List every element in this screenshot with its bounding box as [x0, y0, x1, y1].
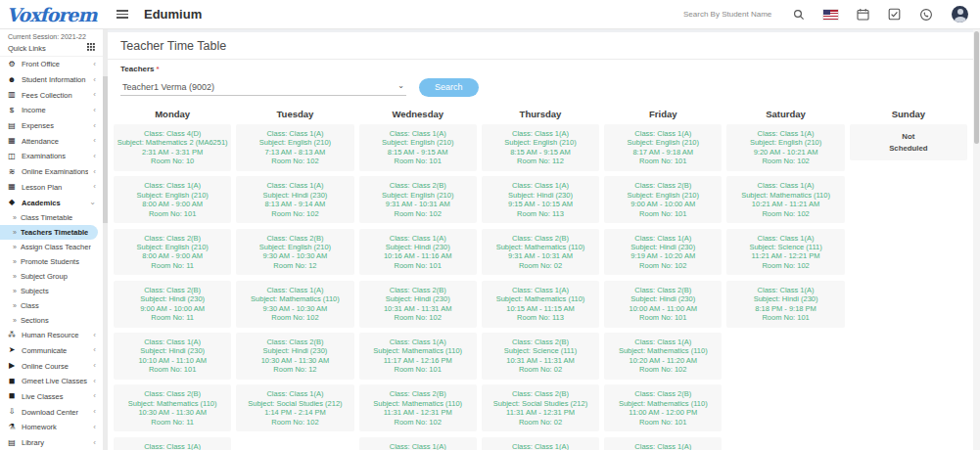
card-room: Room No: 12: [238, 261, 351, 270]
card-room: Room No: 101: [116, 209, 229, 218]
teacher-select[interactable]: Teacher1 Verma (9002): [120, 79, 406, 96]
double-arrow-icon: [13, 288, 17, 294]
user-avatar-icon[interactable]: [952, 6, 968, 22]
timetable-card: Class: Class 1(A) Subject: Hindi (230) 8…: [726, 281, 844, 328]
sidebar-item-income[interactable]: $ Income: [0, 103, 103, 118]
timetable-card: Class: Class 2(B) Subject: Hindi (230) 9…: [114, 281, 231, 328]
card-time: 11:00 AM - 12:00 PM: [606, 408, 720, 417]
app-title: Edumium: [144, 7, 202, 22]
card-time: 7:13 AM - 8:13 AM: [238, 148, 351, 157]
day-header: Monday: [114, 109, 231, 119]
chevron-left-icon: [93, 439, 96, 447]
sidebar-item-online-examinations[interactable]: ≋ Online Examinations: [0, 164, 103, 180]
sidebar-subitem-promote-students[interactable]: Promote Students: [0, 254, 103, 269]
day-column-friday: Friday Class: Class 1(A) Subject: Englis…: [604, 104, 722, 450]
card-class: Class: Class 1(A): [116, 442, 229, 450]
gear-icon: ⚙: [7, 61, 17, 68]
card-room: Room No: 113: [484, 209, 597, 218]
card-class: Class: Class 2(B): [361, 181, 475, 190]
sidebar-subitem-sections[interactable]: Sections: [0, 313, 103, 328]
card-class: Class: Class 1(A): [484, 129, 597, 138]
card-subject: Subject: Science (111): [728, 243, 842, 251]
sidebar-item-expenses[interactable]: ▤ Expenses: [0, 118, 103, 134]
card-time: 10:31 AM - 11:31 AM: [361, 304, 475, 313]
sidebar-item-fees-collection[interactable]: ▥ Fees Collection: [0, 87, 103, 103]
chevron-left-icon: [93, 378, 96, 385]
sidebar-subitem-subject-group[interactable]: Subject Group: [0, 269, 103, 284]
sidebar-item-communicate[interactable]: ➤ Communicate: [0, 343, 103, 359]
card-time: 8:18 PM - 9:18 PM: [728, 304, 842, 313]
chevron-left-icon: [93, 362, 96, 370]
card-subject: Subject: Hindi (230): [361, 243, 475, 251]
chevron-left-icon: [93, 61, 96, 68]
timetable-card: Class: Class 1(A) Subject: Hindi (230) 9…: [482, 176, 599, 223]
card-room: Room No: 11: [116, 418, 229, 427]
sidebar-item-human-resource[interactable]: ⁂ Human Resource: [0, 328, 103, 343]
card-subject: Subject: Mathematics (110): [484, 294, 597, 303]
not-scheduled-card: Not Scheduled: [850, 124, 967, 160]
timetable-card: Class: Class 1(A) Subject: Mathematics (…: [114, 437, 231, 450]
sidebar-item-download-center[interactable]: ⇩ Download Center: [0, 404, 103, 420]
card-class: Class: Class 1(A): [728, 234, 842, 243]
sidebar-subitem-teachers-timetable[interactable]: Teachers Timetable: [0, 225, 98, 240]
sidebar-item-online-course[interactable]: ▶ Online Course: [0, 358, 103, 374]
sidebar-item-live-classes[interactable]: ◼ Live Classes: [0, 389, 103, 405]
card-class: Class: Class 1(A): [238, 286, 351, 294]
card-class: Class: Class 1(A): [238, 129, 351, 138]
hamburger-menu-icon[interactable]: [117, 8, 128, 22]
chevron-down-icon: [89, 199, 96, 206]
sidebar-subitem-subjects[interactable]: Subjects: [0, 284, 103, 298]
timetable-card: Class: Class 1(A) Subject: Mathematics (…: [726, 176, 844, 223]
card-room: Room No: 10: [116, 157, 229, 165]
sidebar-subitem-class-timetable[interactable]: Class Timetable: [0, 210, 103, 225]
sidebar-item-student-information[interactable]: ☻ Student Information: [0, 72, 103, 88]
dollar-icon: $: [7, 107, 17, 114]
sidebar-subitem-class[interactable]: Class: [0, 298, 103, 313]
card-class: Class: Class 2(B): [606, 389, 720, 398]
card-room: Room No: 112: [484, 157, 597, 165]
student-search-input[interactable]: [683, 10, 785, 19]
card-time: 9:31 AM - 10:31 AM: [361, 200, 475, 208]
card-subject: Subject: English (210): [361, 191, 475, 200]
quick-links[interactable]: Quick Links: [0, 41, 103, 57]
sidebar-item-front-office[interactable]: ⚙ Front Office: [0, 57, 103, 72]
double-arrow-icon: [13, 302, 17, 309]
chevron-left-icon: [93, 76, 96, 84]
sidebar-item-examinations[interactable]: ◫ Examinations: [0, 149, 103, 164]
money-icon: ▥: [7, 91, 17, 99]
sidebar-item-gmeet-live-classes[interactable]: ◼ Gmeet Live Classes: [0, 374, 103, 389]
calendar-icon[interactable]: [857, 8, 869, 21]
sidebar-item-lesson-plan[interactable]: ▦ Lesson Plan: [0, 180, 103, 196]
grid-icon[interactable]: [87, 43, 95, 53]
tasks-icon[interactable]: [888, 8, 901, 21]
search-icon[interactable]: [793, 9, 805, 21]
card-room: Room No: 102: [361, 313, 475, 322]
card-class: Class: Class 2(B): [606, 181, 720, 190]
whatsapp-icon[interactable]: [919, 8, 933, 22]
day-column-monday: Monday Class: Class 4(D) Subject: Mathem…: [114, 104, 231, 450]
double-arrow-icon: [13, 244, 17, 250]
day-column-sunday: Sunday Not Scheduled: [850, 104, 967, 450]
card-time: 11:21 AM - 12:21 PM: [728, 251, 842, 260]
card-subject: Subject: Science (111): [484, 346, 597, 355]
sidebar-item-library[interactable]: ▤ Library: [0, 435, 103, 450]
chevron-left-icon: [93, 122, 96, 130]
double-arrow-icon: [13, 258, 17, 265]
card-time: 10:30 AM - 11:30 AM: [238, 356, 351, 365]
card-time: 9:30 AM - 10:30 AM: [238, 251, 351, 260]
sidebar-subitem-assign-class-teacher[interactable]: Assign Class Teacher: [0, 240, 103, 254]
sidebar-item-homework[interactable]: ⚗ Homework: [0, 420, 103, 435]
us-flag-icon[interactable]: [823, 10, 838, 20]
sidebar-item-academics[interactable]: ◆ Academics: [0, 195, 103, 210]
sidebar-item-attendance[interactable]: ▦ Attendance: [0, 133, 103, 149]
teachers-field-label: Teachers*: [120, 65, 960, 73]
card-subject: Subject: Mathematics (110): [238, 294, 351, 303]
megaphone-icon: ➤: [7, 346, 17, 354]
page-scrollbar[interactable]: [973, 29, 980, 450]
timetable-card: Class: Class 1(A) Subject: English (210)…: [359, 124, 477, 171]
card-subject: Subject: English (210): [238, 138, 351, 147]
search-button[interactable]: Search: [419, 78, 479, 97]
timetable-card: Class: Class 2(B) Subject: English (210)…: [604, 176, 722, 223]
day-header: Wednesday: [359, 109, 477, 119]
page-scrollbar-thumb[interactable]: [974, 31, 979, 144]
